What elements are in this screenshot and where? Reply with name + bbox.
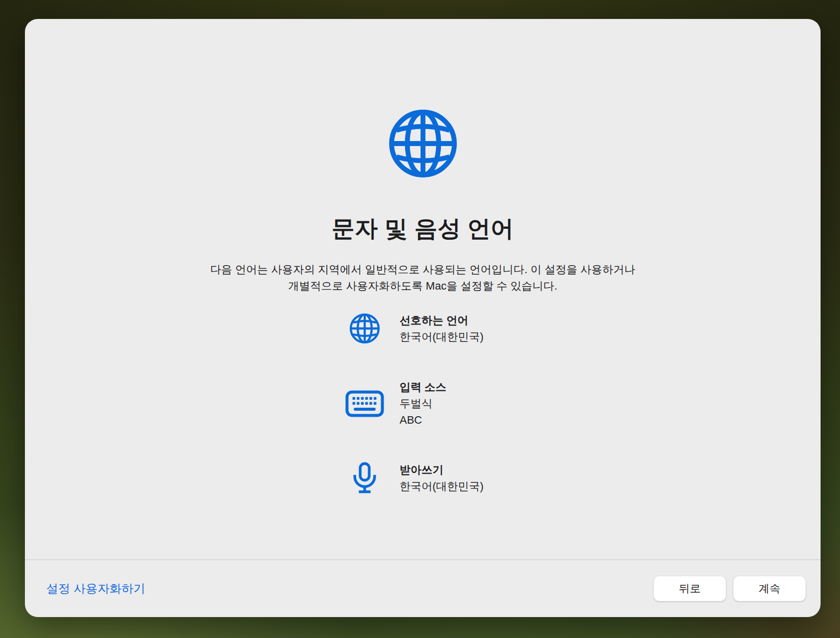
section-value: 한국어(대한민국) [400,328,484,345]
input-sources-section: 입력 소스 두벌식 ABC [340,379,446,428]
description-line-2: 개별적으로 사용자화하도록 Mac을 설정할 수 있습니다. [25,278,821,294]
preferred-languages-section: 선호하는 언어 한국어(대한민국) [340,312,484,345]
section-value: 한국어(대한민국) [400,478,484,494]
back-button[interactable]: 뒤로 [654,576,726,601]
keyboard-icon [340,390,390,417]
section-label: 입력 소스 [400,379,446,395]
page-title: 문자 및 음성 언어 [25,213,821,244]
dictation-text: 받아쓰기 한국어(대한민국) [400,462,484,494]
setup-assistant-window: 문자 및 음성 언어 다음 언어는 사용자의 지역에서 일반적으로 사용되는 언… [25,19,821,617]
dictation-section: 받아쓰기 한국어(대한민국) [340,461,484,495]
section-label: 선호하는 언어 [400,312,484,328]
microphone-icon [340,461,390,495]
preferred-languages-text: 선호하는 언어 한국어(대한민국) [400,312,484,345]
continue-button[interactable]: 계속 [733,576,806,601]
description-line-1: 다음 언어는 사용자의 지역에서 일반적으로 사용되는 언어입니다. 이 설정을… [25,261,821,278]
globe-icon [25,109,821,178]
section-value: ABC [400,412,446,428]
section-label: 받아쓰기 [400,462,484,478]
input-sources-text: 입력 소스 두벌식 ABC [400,379,446,428]
customize-settings-link[interactable]: 설정 사용자화하기 [46,581,145,597]
section-value: 두벌식 [400,395,446,412]
footer: 설정 사용자화하기 뒤로 계속 [25,560,821,617]
page-description: 다음 언어는 사용자의 지역에서 일반적으로 사용되는 언어입니다. 이 설정을… [25,261,821,294]
footer-buttons: 뒤로 계속 [654,576,806,601]
globe-icon [340,313,390,344]
